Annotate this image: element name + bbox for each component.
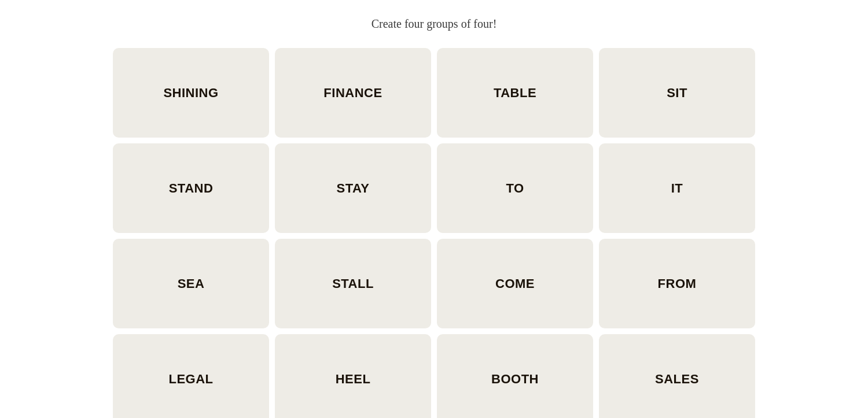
word-grid: SHININGFINANCETABLESITSTANDSTAYTOITSEAST…	[113, 48, 755, 418]
tile-label-from: FROM	[658, 276, 697, 291]
tile-label-sales: SALES	[655, 372, 699, 387]
tile-booth[interactable]: BOOTH	[437, 334, 593, 418]
tile-stand[interactable]: STAND	[113, 143, 269, 233]
tile-label-legal: LEGAL	[168, 372, 213, 387]
tile-label-come: COME	[495, 276, 535, 291]
tile-shining[interactable]: SHINING	[113, 48, 269, 138]
tile-label-sea: SEA	[178, 276, 205, 291]
tile-label-it: IT	[671, 181, 683, 196]
tile-sea[interactable]: SEA	[113, 239, 269, 328]
tile-label-stall: STALL	[332, 276, 374, 291]
tile-label-stand: STAND	[169, 181, 214, 196]
subtitle: Create four groups of four!	[372, 17, 497, 31]
tile-heel[interactable]: HEEL	[275, 334, 431, 418]
tile-table[interactable]: TABLE	[437, 48, 593, 138]
tile-label-to: TO	[506, 181, 524, 196]
tile-sales[interactable]: SALES	[599, 334, 755, 418]
tile-label-shining: SHINING	[163, 86, 218, 101]
tile-label-table: TABLE	[494, 86, 536, 101]
tile-come[interactable]: COME	[437, 239, 593, 328]
tile-sit[interactable]: SIT	[599, 48, 755, 138]
tile-stay[interactable]: STAY	[275, 143, 431, 233]
tile-from[interactable]: FROM	[599, 239, 755, 328]
tile-it[interactable]: IT	[599, 143, 755, 233]
tile-finance[interactable]: FINANCE	[275, 48, 431, 138]
tile-label-stay: STAY	[336, 181, 369, 196]
tile-label-finance: FINANCE	[323, 86, 382, 101]
tile-label-heel: HEEL	[336, 372, 371, 387]
tile-label-booth: BOOTH	[491, 372, 539, 387]
tile-to[interactable]: TO	[437, 143, 593, 233]
tile-legal[interactable]: LEGAL	[113, 334, 269, 418]
tile-stall[interactable]: STALL	[275, 239, 431, 328]
tile-label-sit: SIT	[667, 86, 687, 101]
